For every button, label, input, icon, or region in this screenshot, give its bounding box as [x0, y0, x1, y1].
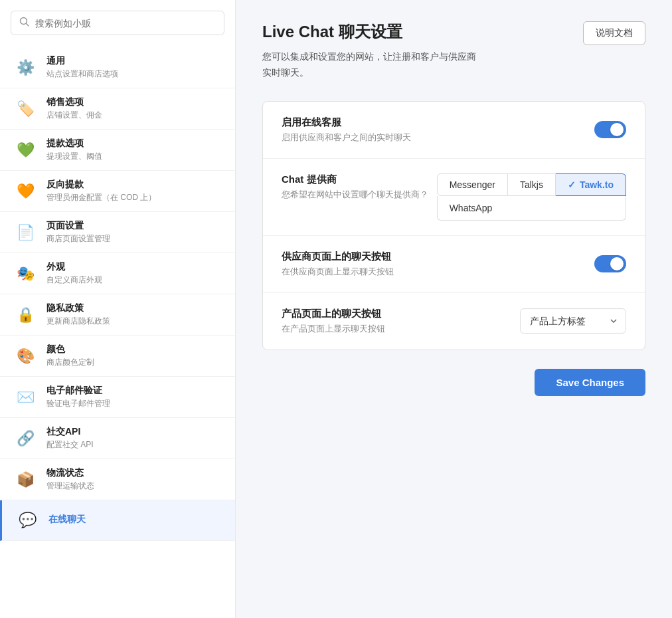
sidebar-item-subtitle: 自定义商店外观	[46, 274, 102, 286]
sidebar-item-privacy[interactable]: 🔒 隐私政策 更新商店隐私政策	[0, 294, 235, 336]
sidebar-item-title: 隐私政策	[46, 302, 110, 314]
product-chat-title: 产品页面上的聊天按钮	[282, 308, 385, 320]
social-icon: 🔗	[13, 427, 37, 451]
enable-toggle[interactable]	[594, 121, 626, 138]
main-content: Live Chat 聊天设置 您可以集成和设置您的网站，让注册和客户与供应商 实…	[236, 0, 672, 618]
livechat-icon: 💬	[15, 508, 39, 532]
provider-buttons: Messenger Talkjs ✓ Tawk.to WhatsApp	[437, 173, 626, 221]
sidebar-item-subtitle: 管理员佣金配置（在 COD 上）	[46, 192, 156, 203]
enable-title: 启用在线客服	[282, 116, 411, 129]
sidebar-item-title: 页面设置	[46, 220, 110, 232]
sidebar-item-title: 颜色	[46, 344, 94, 356]
settings-card: 启用在线客服 启用供应商和客户之间的实时聊天 Chat 提供商 您希望在网站中设…	[262, 101, 645, 350]
pages-icon: 📄	[13, 221, 37, 245]
search-icon	[19, 17, 30, 29]
enable-row: 启用在线客服 启用供应商和客户之间的实时聊天	[263, 102, 645, 159]
save-changes-button[interactable]: Save Changes	[535, 369, 645, 396]
sidebar-item-title: 销售选项	[46, 96, 102, 108]
sidebar-item-title: 通用	[46, 55, 118, 67]
page-header: Live Chat 聊天设置 您可以集成和设置您的网站，让注册和客户与供应商 实…	[262, 21, 645, 81]
shipping-icon: 📦	[13, 468, 37, 492]
doc-button[interactable]: 说明文档	[583, 21, 645, 45]
provider-row-buttons: Messenger Talkjs ✓ Tawk.to	[437, 173, 626, 196]
sidebar-item-subtitle: 店铺设置、佣金	[46, 110, 102, 121]
sidebar-item-color[interactable]: 🎨 颜色 商店颜色定制	[0, 336, 235, 377]
enable-desc: 启用供应商和客户之间的实时聊天	[282, 132, 411, 144]
page-description: 您可以集成和设置您的网站，让注册和客户与供应商 实时聊天。	[262, 49, 476, 81]
sidebar-item-withdraw[interactable]: 💚 提款选项 提现设置、阈值	[0, 130, 235, 171]
search-input[interactable]	[35, 18, 216, 29]
sidebar-item-title: 物流状态	[46, 467, 94, 479]
color-icon: 🎨	[13, 344, 37, 368]
withdraw-icon: 💚	[13, 138, 37, 162]
page-title: Live Chat 聊天设置	[262, 21, 476, 43]
sidebar-item-title: 社交API	[46, 426, 94, 438]
sales-icon: 🏷️	[13, 97, 37, 121]
vendor-chat-desc: 在供应商页面上显示聊天按钮	[282, 266, 394, 278]
refund-icon: 🧡	[13, 179, 37, 203]
sidebar-item-subtitle: 验证电子邮件管理	[46, 398, 110, 409]
sidebar-item-subtitle: 提现设置、阈值	[46, 151, 102, 162]
sidebar-item-title: 外观	[46, 261, 102, 273]
sidebar-item-title: 提款选项	[46, 138, 102, 150]
privacy-icon: 🔒	[13, 303, 37, 327]
sidebar-item-subtitle: 更新商店隐私政策	[46, 316, 110, 327]
sidebar-item-refund[interactable]: 🧡 反向提款 管理员佣金配置（在 COD 上）	[0, 171, 235, 212]
product-position-select[interactable]: 产品上方标签 产品下方标签 禁用	[520, 308, 626, 334]
sidebar-item-social[interactable]: 🔗 社交API 配置社交 API	[0, 418, 235, 459]
sidebar-item-subtitle: 站点设置和商店选项	[46, 68, 118, 80]
provider-messenger-button[interactable]: Messenger	[437, 173, 508, 196]
vendor-chat-toggle[interactable]	[594, 255, 626, 272]
product-chat-desc: 在产品页面上显示聊天按钮	[282, 323, 385, 335]
sidebar: ⚙️ 通用 站点设置和商店选项 🏷️ 销售选项 店铺设置、佣金 💚 提款选项 提…	[0, 0, 236, 618]
sidebar-item-subtitle: 商店颜色定制	[46, 357, 94, 368]
vendor-chat-row: 供应商页面上的聊天按钮 在供应商页面上显示聊天按钮	[263, 236, 645, 293]
provider-title: Chat 提供商	[282, 173, 428, 186]
search-box[interactable]	[11, 11, 224, 35]
email-icon: ✉️	[13, 385, 37, 409]
sidebar-item-subtitle: 商店页面设置管理	[46, 233, 110, 245]
vendor-chat-title: 供应商页面上的聊天按钮	[282, 251, 394, 263]
sidebar-item-title: 电子邮件验证	[46, 385, 110, 397]
provider-desc: 您希望在网站中设置哪个聊天提供商？	[282, 189, 428, 201]
sidebar-item-general[interactable]: ⚙️ 通用 站点设置和商店选项	[0, 47, 235, 88]
svg-line-1	[27, 24, 29, 27]
sidebar-item-email[interactable]: ✉️ 电子邮件验证 验证电子邮件管理	[0, 377, 235, 418]
sidebar-item-title: 在线聊天	[48, 514, 86, 526]
provider-whatsapp-button[interactable]: WhatsApp	[437, 196, 626, 221]
provider-tawkto-button[interactable]: ✓ Tawk.to	[556, 173, 626, 196]
sidebar-item-title: 反向提款	[46, 179, 156, 191]
product-chat-row: 产品页面上的聊天按钮 在产品页面上显示聊天按钮 产品上方标签 产品下方标签 禁用	[263, 293, 645, 350]
sidebar-item-appearance[interactable]: 🎭 外观 自定义商店外观	[0, 253, 235, 294]
check-icon: ✓	[568, 179, 576, 190]
sidebar-item-subtitle: 配置社交 API	[46, 439, 94, 451]
general-icon: ⚙️	[13, 56, 37, 80]
sidebar-item-subtitle: 管理运输状态	[46, 480, 94, 492]
provider-row: Chat 提供商 您希望在网站中设置哪个聊天提供商？ Messenger Tal…	[263, 159, 645, 236]
sidebar-item-shipping[interactable]: 📦 物流状态 管理运输状态	[0, 459, 235, 500]
appearance-icon: 🎭	[13, 262, 37, 286]
sidebar-item-sales[interactable]: 🏷️ 销售选项 店铺设置、佣金	[0, 88, 235, 130]
sidebar-item-pages[interactable]: 📄 页面设置 商店页面设置管理	[0, 212, 235, 253]
sidebar-item-livechat[interactable]: 💬 在线聊天	[0, 500, 235, 541]
provider-talkjs-button[interactable]: Talkjs	[508, 173, 556, 196]
